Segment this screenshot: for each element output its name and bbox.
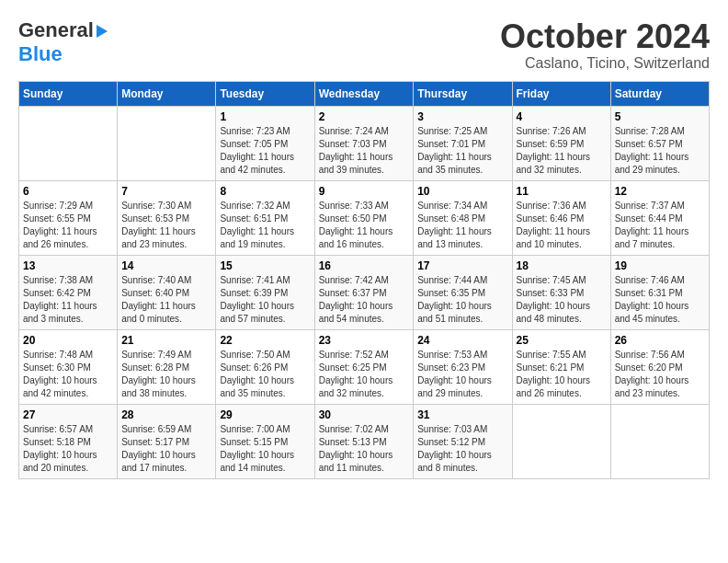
calendar-day-cell: 28Sunrise: 6:59 AM Sunset: 5:17 PM Dayli… (118, 404, 216, 478)
weekday-header-cell: Wednesday (314, 81, 414, 106)
day-number: 16 (319, 259, 410, 272)
calendar-day-cell: 7Sunrise: 7:30 AM Sunset: 6:53 PM Daylig… (118, 180, 216, 255)
calendar-day-cell: 17Sunrise: 7:44 AM Sunset: 6:35 PM Dayli… (414, 255, 512, 329)
day-info: Sunrise: 7:23 AM Sunset: 7:05 PM Dayligh… (220, 125, 310, 177)
logo: General Blue (18, 18, 108, 66)
page-header: General Blue October 2024 Caslano, Ticin… (18, 18, 710, 72)
day-number: 2 (319, 110, 410, 123)
day-info: Sunrise: 7:36 AM Sunset: 6:46 PM Dayligh… (517, 200, 607, 251)
day-info: Sunrise: 7:03 AM Sunset: 5:12 PM Dayligh… (417, 423, 507, 475)
calendar-day-cell: 30Sunrise: 7:02 AM Sunset: 5:13 PM Dayli… (314, 404, 414, 478)
calendar-day-cell: 15Sunrise: 7:41 AM Sunset: 6:39 PM Dayli… (216, 255, 314, 329)
calendar-day-cell: 23Sunrise: 7:52 AM Sunset: 6:25 PM Dayli… (314, 329, 414, 404)
day-number: 4 (517, 110, 607, 123)
day-info: Sunrise: 7:46 AM Sunset: 6:31 PM Dayligh… (615, 274, 705, 326)
day-info: Sunrise: 7:56 AM Sunset: 6:20 PM Dayligh… (615, 349, 705, 400)
day-number: 31 (417, 408, 507, 421)
day-info: Sunrise: 7:32 AM Sunset: 6:51 PM Dayligh… (220, 200, 310, 251)
weekday-header-row: SundayMondayTuesdayWednesdayThursdayFrid… (19, 81, 710, 106)
title-section: October 2024 Caslano, Ticino, Switzerlan… (500, 18, 710, 72)
day-info: Sunrise: 7:40 AM Sunset: 6:40 PM Dayligh… (121, 274, 211, 326)
day-info: Sunrise: 7:45 AM Sunset: 6:33 PM Dayligh… (517, 274, 607, 326)
weekday-header-cell: Monday (118, 81, 216, 106)
day-info: Sunrise: 7:52 AM Sunset: 6:25 PM Dayligh… (319, 349, 410, 400)
day-number: 24 (417, 334, 507, 347)
day-info: Sunrise: 7:26 AM Sunset: 6:59 PM Dayligh… (517, 125, 607, 177)
day-number: 28 (121, 408, 211, 421)
calendar-day-cell: 8Sunrise: 7:32 AM Sunset: 6:51 PM Daylig… (216, 180, 314, 255)
calendar-day-cell: 26Sunrise: 7:56 AM Sunset: 6:20 PM Dayli… (610, 329, 709, 404)
calendar-day-cell: 20Sunrise: 7:48 AM Sunset: 6:30 PM Dayli… (19, 329, 118, 404)
calendar-day-cell: 9Sunrise: 7:33 AM Sunset: 6:50 PM Daylig… (314, 180, 414, 255)
calendar-day-cell: 3Sunrise: 7:25 AM Sunset: 7:01 PM Daylig… (414, 106, 512, 180)
day-number: 19 (615, 259, 705, 272)
day-number: 26 (615, 334, 705, 347)
calendar-subtitle: Caslano, Ticino, Switzerland (500, 55, 710, 72)
day-number: 22 (220, 334, 310, 347)
calendar-day-cell: 29Sunrise: 7:00 AM Sunset: 5:15 PM Dayli… (216, 404, 314, 478)
calendar-day-cell: 6Sunrise: 7:29 AM Sunset: 6:55 PM Daylig… (19, 180, 118, 255)
day-number: 11 (517, 185, 607, 198)
calendar-week-row: 13Sunrise: 7:38 AM Sunset: 6:42 PM Dayli… (19, 255, 710, 329)
weekday-header-cell: Saturday (610, 81, 709, 106)
day-number: 7 (121, 185, 211, 198)
calendar-day-cell: 13Sunrise: 7:38 AM Sunset: 6:42 PM Dayli… (19, 255, 118, 329)
weekday-header-cell: Friday (512, 81, 610, 106)
weekday-header-cell: Tuesday (216, 81, 314, 106)
day-info: Sunrise: 7:24 AM Sunset: 7:03 PM Dayligh… (319, 125, 410, 177)
day-number: 8 (220, 185, 310, 198)
day-info: Sunrise: 7:53 AM Sunset: 6:23 PM Dayligh… (417, 349, 507, 400)
calendar-day-cell: 21Sunrise: 7:49 AM Sunset: 6:28 PM Dayli… (118, 329, 216, 404)
day-number: 27 (23, 408, 113, 421)
day-info: Sunrise: 7:30 AM Sunset: 6:53 PM Dayligh… (121, 200, 211, 251)
day-info: Sunrise: 6:57 AM Sunset: 5:18 PM Dayligh… (23, 423, 113, 475)
day-info: Sunrise: 7:33 AM Sunset: 6:50 PM Dayligh… (319, 200, 410, 251)
day-number: 17 (417, 259, 507, 272)
day-info: Sunrise: 7:42 AM Sunset: 6:37 PM Dayligh… (319, 274, 410, 326)
day-number: 1 (220, 110, 310, 123)
day-number: 20 (23, 334, 113, 347)
calendar-table: SundayMondayTuesdayWednesdayThursdayFrid… (18, 81, 710, 479)
day-info: Sunrise: 7:28 AM Sunset: 6:57 PM Dayligh… (615, 125, 705, 177)
day-info: Sunrise: 7:29 AM Sunset: 6:55 PM Dayligh… (23, 200, 113, 251)
day-info: Sunrise: 7:44 AM Sunset: 6:35 PM Dayligh… (417, 274, 507, 326)
calendar-week-row: 6Sunrise: 7:29 AM Sunset: 6:55 PM Daylig… (19, 180, 710, 255)
calendar-day-cell: 31Sunrise: 7:03 AM Sunset: 5:12 PM Dayli… (414, 404, 512, 478)
day-info: Sunrise: 7:02 AM Sunset: 5:13 PM Dayligh… (319, 423, 410, 475)
day-number: 15 (220, 259, 310, 272)
day-info: Sunrise: 7:41 AM Sunset: 6:39 PM Dayligh… (220, 274, 310, 326)
day-number: 18 (517, 259, 607, 272)
day-info: Sunrise: 7:48 AM Sunset: 6:30 PM Dayligh… (23, 349, 113, 400)
calendar-day-cell: 16Sunrise: 7:42 AM Sunset: 6:37 PM Dayli… (314, 255, 414, 329)
calendar-week-row: 20Sunrise: 7:48 AM Sunset: 6:30 PM Dayli… (19, 329, 710, 404)
day-number: 12 (615, 185, 705, 198)
day-number: 3 (417, 110, 507, 123)
calendar-day-cell: 25Sunrise: 7:55 AM Sunset: 6:21 PM Dayli… (512, 329, 610, 404)
calendar-day-cell: 10Sunrise: 7:34 AM Sunset: 6:48 PM Dayli… (414, 180, 512, 255)
calendar-week-row: 27Sunrise: 6:57 AM Sunset: 5:18 PM Dayli… (19, 404, 710, 478)
calendar-day-cell (610, 404, 709, 478)
day-number: 30 (319, 408, 410, 421)
day-info: Sunrise: 7:55 AM Sunset: 6:21 PM Dayligh… (517, 349, 607, 400)
weekday-header-cell: Thursday (414, 81, 512, 106)
day-number: 5 (615, 110, 705, 123)
day-info: Sunrise: 7:25 AM Sunset: 7:01 PM Dayligh… (417, 125, 507, 177)
calendar-title: October 2024 (500, 18, 710, 55)
logo-text-blue: Blue (18, 42, 63, 65)
calendar-day-cell: 1Sunrise: 7:23 AM Sunset: 7:05 PM Daylig… (216, 106, 314, 180)
day-number: 10 (417, 185, 507, 198)
day-info: Sunrise: 7:49 AM Sunset: 6:28 PM Dayligh… (121, 349, 211, 400)
day-number: 14 (121, 259, 211, 272)
calendar-day-cell (512, 404, 610, 478)
calendar-day-cell: 12Sunrise: 7:37 AM Sunset: 6:44 PM Dayli… (610, 180, 709, 255)
calendar-day-cell: 2Sunrise: 7:24 AM Sunset: 7:03 PM Daylig… (314, 106, 414, 180)
day-info: Sunrise: 6:59 AM Sunset: 5:17 PM Dayligh… (121, 423, 211, 475)
day-number: 6 (23, 185, 113, 198)
calendar-week-row: 1Sunrise: 7:23 AM Sunset: 7:05 PM Daylig… (19, 106, 710, 180)
day-number: 21 (121, 334, 211, 347)
day-info: Sunrise: 7:00 AM Sunset: 5:15 PM Dayligh… (220, 423, 310, 475)
day-number: 23 (319, 334, 410, 347)
logo-text-general: General (18, 18, 94, 42)
calendar-day-cell: 22Sunrise: 7:50 AM Sunset: 6:26 PM Dayli… (216, 329, 314, 404)
day-number: 29 (220, 408, 310, 421)
